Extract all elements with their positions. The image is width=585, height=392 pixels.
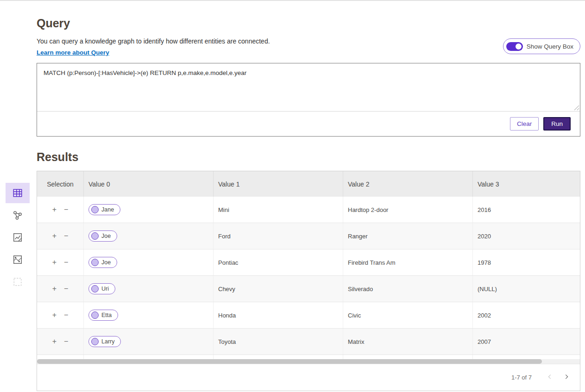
remove-from-selection-button[interactable]: − <box>64 259 68 266</box>
table-row: + − Joe Pontiac Firebird Trans Am 1978 <box>37 249 580 276</box>
value3-cell <box>472 355 580 359</box>
dashed-square-icon <box>13 277 23 287</box>
value2-cell: Matrix <box>343 329 472 355</box>
value2-cell: Hardtop 2-door <box>343 197 472 223</box>
selection-cell: + − <box>37 197 83 223</box>
view-switcher-rail <box>6 183 30 294</box>
entity-name: Larry <box>101 338 114 345</box>
value0-cell <box>83 355 213 359</box>
remove-from-selection-button[interactable]: − <box>64 206 68 213</box>
value0-cell: Uri <box>83 276 213 302</box>
table-footer: 1-7 of 7 <box>37 364 580 391</box>
column-header-value3: Value 3 <box>472 171 580 197</box>
selection-cell: + − <box>37 249 83 275</box>
selection-cell: + − <box>37 329 83 355</box>
chevron-left-icon <box>547 373 553 381</box>
query-actions: Clear Run <box>37 112 580 136</box>
value2-cell <box>343 355 472 359</box>
toggle-switch-icon <box>506 42 523 51</box>
entity-node-icon <box>91 338 99 345</box>
entity-node-icon <box>91 206 99 213</box>
entity-pill[interactable]: Uri <box>88 283 115 294</box>
remove-from-selection-button[interactable]: − <box>64 311 68 319</box>
horizontal-scrollbar-thumb[interactable] <box>37 359 542 364</box>
table-body: + − Jane Mini Hardtop 2-door 2016 + − Jo… <box>37 197 580 359</box>
table-row: + − Joe Ford Ranger 2020 <box>37 223 580 249</box>
value0-cell: Joe <box>83 223 213 249</box>
value1-cell: Mini <box>213 197 343 223</box>
value2-cell: Silverado <box>343 276 472 302</box>
entity-name: Joe <box>101 259 111 266</box>
value2-cell: Civic <box>343 302 472 328</box>
value1-cell: Pontiac <box>213 249 343 275</box>
column-header-value2: Value 2 <box>343 171 472 197</box>
value0-cell: Joe <box>83 249 213 275</box>
table-icon <box>13 188 23 198</box>
column-header-value1: Value 1 <box>213 171 343 197</box>
value1-cell: Honda <box>213 302 343 328</box>
query-input[interactable]: MATCH (p:Person)-[:HasVehicle]->(e) RETU… <box>37 63 580 111</box>
value0-cell: Jane <box>83 197 213 223</box>
sidebar-item-table-view[interactable] <box>6 183 30 203</box>
add-to-selection-button[interactable]: + <box>52 311 57 319</box>
value3-cell: 2002 <box>472 302 580 328</box>
add-to-selection-button[interactable]: + <box>52 232 57 240</box>
sidebar-item-selection-view[interactable] <box>6 272 30 292</box>
value1-cell <box>213 355 343 359</box>
value2-cell: Ranger <box>343 223 472 249</box>
query-description: You can query a knowledge graph to ident… <box>37 37 580 45</box>
entity-node-icon <box>91 232 99 240</box>
map-icon <box>13 255 23 265</box>
sidebar-item-chart-view[interactable] <box>6 227 30 248</box>
sidebar-item-link-chart-view[interactable] <box>6 205 30 225</box>
value3-cell: 2020 <box>472 223 580 249</box>
value1-cell: Toyota <box>213 329 343 355</box>
column-header-value0: Value 0 <box>83 171 213 197</box>
value0-cell: Etta <box>83 302 213 328</box>
entity-name: Etta <box>101 312 112 318</box>
run-button[interactable]: Run <box>543 117 571 131</box>
selection-cell: + − <box>37 302 83 328</box>
value1-cell: Ford <box>213 223 343 249</box>
value3-cell: 2007 <box>472 329 580 355</box>
value2-cell: Firebird Trans Am <box>343 249 472 275</box>
entity-name: Uri <box>101 286 109 292</box>
next-page-button[interactable] <box>560 371 573 385</box>
entity-name: Jane <box>101 206 114 213</box>
add-to-selection-button[interactable]: + <box>52 206 57 213</box>
entity-pill[interactable]: Larry <box>88 336 121 347</box>
query-box: MATCH (p:Person)-[:HasVehicle]->(e) RETU… <box>37 63 580 137</box>
table-row: + − Uri Chevy Silverado (NULL) <box>37 276 580 302</box>
column-header-selection: Selection <box>37 171 83 197</box>
table-row: + − Jane Mini Hardtop 2-door 2016 <box>37 197 580 223</box>
add-to-selection-button[interactable]: + <box>52 338 57 345</box>
remove-from-selection-button[interactable]: − <box>64 285 68 292</box>
sidebar-item-map-view[interactable] <box>6 249 30 270</box>
clear-button[interactable]: Clear <box>510 117 539 131</box>
value3-cell: (NULL) <box>472 276 580 302</box>
entity-node-icon <box>91 285 99 292</box>
selection-cell: + − <box>37 223 83 249</box>
remove-from-selection-button[interactable]: − <box>64 338 68 345</box>
learn-more-link[interactable]: Learn more about Query <box>37 49 109 56</box>
show-query-box-toggle[interactable]: Show Query Box <box>503 38 580 54</box>
value3-cell: 2016 <box>472 197 580 223</box>
entity-pill[interactable]: Etta <box>88 310 118 321</box>
results-table: Selection Value 0 Value 1 Value 2 Value … <box>37 171 580 391</box>
chevron-right-icon <box>563 373 570 381</box>
entity-pill[interactable]: Jane <box>88 204 120 215</box>
previous-page-button[interactable] <box>543 371 557 385</box>
table-header-row: Selection Value 0 Value 1 Value 2 Value … <box>37 171 580 197</box>
link-chart-icon <box>13 210 23 220</box>
entity-node-icon <box>91 259 99 266</box>
page-title: Query <box>37 17 580 30</box>
table-row: + − Larry Toyota Matrix 2007 <box>37 329 580 355</box>
add-to-selection-button[interactable]: + <box>52 259 57 266</box>
remove-from-selection-button[interactable]: − <box>64 232 68 240</box>
add-to-selection-button[interactable]: + <box>52 285 57 292</box>
entity-pill[interactable]: Joe <box>88 230 117 242</box>
results-title: Results <box>37 150 580 164</box>
query-page: Query You can query a knowledge graph to… <box>0 0 585 392</box>
entity-pill[interactable]: Joe <box>88 257 117 268</box>
table-row: + − <box>37 355 580 359</box>
